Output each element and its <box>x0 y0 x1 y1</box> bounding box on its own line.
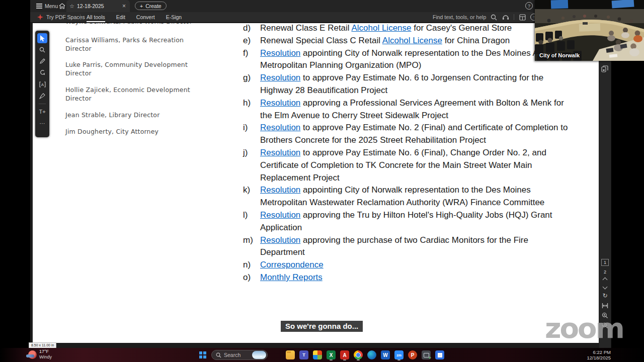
weather-widget[interactable]: 17°F Windy <box>28 349 52 360</box>
agenda-text: Renewal Class E Retail <box>260 23 351 33</box>
document-link[interactable]: Alcohol License <box>382 36 442 45</box>
hamburger-icon <box>36 3 42 10</box>
taskbar-icons: TXAWzmP <box>272 349 445 361</box>
toolbar-tab-all-tools[interactable]: All tools <box>87 12 105 22</box>
search-placeholder: Search <box>224 352 250 358</box>
select-tool[interactable] <box>37 33 47 43</box>
create-button[interactable]: + Create <box>135 2 167 10</box>
toolbar-tab-e-sign[interactable]: E-Sign <box>166 12 182 22</box>
microsoft-365-icon[interactable] <box>312 349 323 360</box>
excel-icon[interactable]: X <box>326 349 336 360</box>
edge-icon[interactable] <box>367 349 377 360</box>
start-button[interactable] <box>199 351 206 358</box>
document-link[interactable]: Correspondence <box>260 260 324 269</box>
video-watermark-label: City of Norwalk <box>539 52 580 58</box>
agenda-text: approving a Professional Services Agreem… <box>260 98 564 120</box>
document-link[interactable]: Resolution <box>260 123 300 132</box>
director-entry: Luke Parris, Community Development Direc… <box>65 60 197 77</box>
current-page-indicator[interactable]: 1 <box>601 259 609 266</box>
edit-text-tool[interactable]: A <box>37 79 47 89</box>
zoom-tool[interactable] <box>37 45 47 55</box>
taskbar-clock[interactable]: 6:22 PM 12/18/2025 <box>587 349 611 360</box>
weather-temp: 17°F <box>39 349 52 354</box>
help-icon[interactable]: ? <box>525 2 533 10</box>
agenda-list: d)Renewal Class E Retail Alcohol License… <box>243 23 569 284</box>
chrome-icon[interactable] <box>353 349 363 360</box>
agenda-item-h: h)Resolution approving a Professional Se… <box>243 97 569 122</box>
next-page-number[interactable]: 2 <box>604 269 606 275</box>
task-view-icon[interactable] <box>272 349 282 360</box>
windows-grid-icon[interactable] <box>435 349 445 360</box>
agenda-item-j: j)Resolution to approve Pay Estimate No.… <box>243 147 569 184</box>
document-link[interactable]: Resolution <box>260 73 300 82</box>
pdf-spaces-button[interactable]: Try PDF Spaces <box>36 12 85 22</box>
document-link[interactable]: Resolution <box>260 210 300 220</box>
fit-width-icon[interactable] <box>602 303 608 309</box>
acrobat-icon[interactable]: A <box>340 349 350 360</box>
acrobat-toolbar: Try PDF Spaces All toolsEditConvertE-Sig… <box>30 12 611 23</box>
agenda-text: approving the Tru by Hilton Hotel's High… <box>260 210 552 232</box>
find-label: Find text, tools, or help <box>433 14 486 20</box>
left-tool-panel: A T+ ⋯ <box>35 31 49 137</box>
sign-tool[interactable] <box>37 91 47 101</box>
toolbar-tab-convert[interactable]: Convert <box>136 12 155 22</box>
snipping-tool-icon[interactable] <box>421 349 431 360</box>
agenda-text: appointing City of Norwalk representatio… <box>260 48 550 70</box>
zoom-icon[interactable]: zm <box>394 349 404 360</box>
more-tools[interactable]: ⋯ <box>37 118 47 128</box>
document-link[interactable]: Resolution <box>260 148 300 157</box>
agenda-text: Renewal Special Class C Retail <box>260 36 382 45</box>
svg-text:A: A <box>41 82 44 87</box>
spark-icon <box>36 14 44 21</box>
page-down-icon[interactable] <box>603 285 608 290</box>
organize-pages-icon[interactable] <box>519 14 526 21</box>
agenda-item-label: e) <box>243 35 251 47</box>
draw-tool[interactable] <box>37 56 47 66</box>
agenda-item-f: f)Resolution appointing City of Norwalk … <box>243 47 569 72</box>
word-icon[interactable]: W <box>380 349 390 360</box>
agenda-item-i: i)Resolution to approve Pay Estimate No.… <box>243 122 569 147</box>
agenda-text: to approve Pay Estimate No. 2 (Final) an… <box>260 123 568 145</box>
document-link[interactable]: Monthly Reports <box>260 273 323 282</box>
taskbar-search[interactable]: Search <box>211 350 268 360</box>
rotate-icon[interactable]: ↻ <box>602 292 607 299</box>
document-link[interactable]: Resolution <box>260 235 300 245</box>
document-link[interactable]: Resolution <box>260 185 300 195</box>
teams-icon[interactable]: T <box>299 349 309 360</box>
close-tab-icon[interactable]: × <box>121 3 127 10</box>
toolbar-tab-edit[interactable]: Edit <box>116 12 125 22</box>
star-icon[interactable]: ☆ <box>69 3 74 10</box>
home-button[interactable] <box>58 0 66 12</box>
read-aloud-icon[interactable] <box>502 14 509 21</box>
divider <box>514 14 514 20</box>
page-thumbnails-icon[interactable] <box>601 65 608 72</box>
agenda-text: for Casey's General Store <box>412 23 512 33</box>
director-entry: Wayne Schwartz, Public Works Director <box>65 23 197 26</box>
document-link[interactable]: Resolution <box>260 48 300 58</box>
zoom-out-icon[interactable] <box>602 322 608 329</box>
document-tab[interactable]: ☆ 12-18-2025 × <box>66 0 130 12</box>
add-text-tool[interactable]: T+ <box>37 107 47 117</box>
file-explorer-icon[interactable] <box>285 349 295 360</box>
search-icon[interactable] <box>490 14 498 21</box>
document-area: Wayne Schwartz, Public Works DirectorCar… <box>30 23 611 348</box>
find-group[interactable]: Find text, tools, or help ↑ <box>433 12 549 22</box>
page-up-icon[interactable] <box>603 278 608 283</box>
live-caption: So we're gonna do... <box>281 321 363 332</box>
powerpoint-icon[interactable]: P <box>408 349 418 360</box>
menu-button[interactable]: Menu <box>36 0 58 12</box>
agenda-item-label: l) <box>243 209 248 222</box>
agenda-item-label: g) <box>243 72 251 84</box>
agenda-item-label: m) <box>243 234 253 247</box>
agenda-item-o: o)Monthly Reports <box>243 272 569 284</box>
agenda-item-label: n) <box>243 259 251 272</box>
director-entry: Jean Strable, Library Director <box>65 111 197 119</box>
meeting-video-overlay[interactable]: City of Norwalk <box>535 0 644 61</box>
document-link[interactable]: Resolution <box>260 98 300 108</box>
document-link[interactable]: Alcohol License <box>351 23 411 33</box>
agenda-item-d: d)Renewal Class E Retail Alcohol License… <box>243 23 569 35</box>
create-label: Create <box>145 3 162 9</box>
zoom-in-icon[interactable] <box>602 312 608 319</box>
highlight-tool[interactable] <box>37 68 47 78</box>
clock-date: 12/18/2025 <box>587 355 611 360</box>
